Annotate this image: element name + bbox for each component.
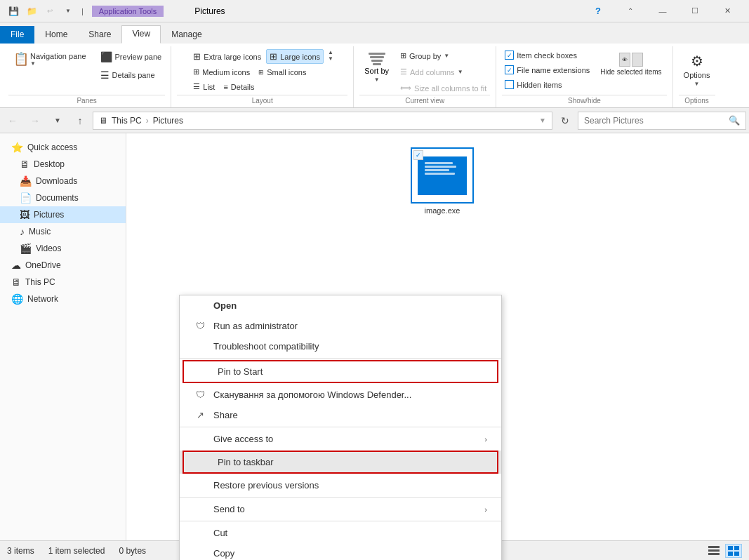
cm-pin-start[interactable]: Pin to Start — [184, 361, 497, 382]
sort-by-label: Sort by — [364, 67, 389, 75]
sidebar-item-videos[interactable]: 🎬 Videos — [0, 240, 126, 257]
tab-manage[interactable]: Manage — [161, 26, 212, 44]
address-bar[interactable]: 🖥 This PC › Pictures ▼ — [93, 112, 552, 130]
sidebar-item-downloads[interactable]: 📥 Downloads — [0, 173, 126, 189]
item-check-boxes-btn[interactable]: ✓ Item check boxes — [502, 49, 592, 61]
sidebar-item-music[interactable]: ♪ Music — [0, 223, 126, 240]
cm-open[interactable]: Open — [180, 295, 501, 316]
size-info: 0 bytes — [119, 546, 146, 556]
cm-cut[interactable]: Cut — [180, 523, 501, 543]
cm-pin-taskbar[interactable]: Pin to taskbar — [184, 452, 497, 472]
sidebar-item-this-pc[interactable]: 🖥 This PC — [0, 274, 126, 291]
layout-scroll-down[interactable]: ▼ — [328, 55, 333, 62]
file-checkbox[interactable]: ✓ — [413, 150, 423, 160]
large-icons-btn[interactable]: ⊞ Large icons — [266, 49, 324, 64]
forward-btn[interactable]: → — [25, 111, 45, 131]
cm-pin-taskbar-wrapper: Pin to taskbar — [180, 451, 501, 474]
save-qat-btn[interactable]: 💾 — [6, 4, 21, 19]
file-item-image-exe[interactable]: ✓ image.exe — [407, 147, 477, 215]
sidebar-item-desktop[interactable]: 🖥 Desktop — [0, 156, 126, 173]
details-btn[interactable]: ≡ Details — [220, 81, 258, 93]
view-options: ⊞ Group by ▼ ☰ Add columns ▼ ⟺ Size all … — [397, 49, 490, 95]
sidebar-item-network[interactable]: 🌐 Network — [0, 291, 126, 307]
maximize-btn[interactable]: ☐ — [679, 0, 711, 22]
status-bar-view-controls — [705, 544, 742, 558]
preview-pane-icon: ⬛ — [100, 51, 112, 62]
hide-selected-icon-area: 👁 — [619, 53, 643, 67]
hidden-items-label: Hidden items — [517, 81, 562, 89]
group-by-btn[interactable]: ⊞ Group by ▼ — [397, 49, 490, 62]
minimize-btn[interactable]: — — [647, 0, 679, 22]
sort-by-btn[interactable]: Sort by ▼ — [359, 49, 394, 86]
address-dropdown-arrow[interactable]: ▼ — [539, 116, 546, 124]
tab-file[interactable]: File — [0, 26, 34, 44]
undo-qat-btn[interactable]: ↩ — [42, 4, 58, 19]
tab-view[interactable]: View — [121, 25, 161, 44]
details-view-btn[interactable] — [705, 544, 722, 558]
panes-right: ⬛ Preview pane ☰ Details pane — [97, 49, 166, 83]
ribbon-collapse-btn[interactable]: ⌃ — [614, 0, 647, 22]
cm-share[interactable]: ↗ Share — [180, 405, 501, 425]
ribbon-group-show-hide: ✓ Item check boxes ✓ File name extension… — [496, 46, 672, 107]
cm-send-to[interactable]: Send to › — [180, 499, 501, 519]
medium-icons-btn[interactable]: ⊞ Medium icons — [190, 65, 253, 79]
this-pc-label: This PC — [112, 116, 142, 126]
hide-selected-btn[interactable]: 👁 Hide selected items — [595, 49, 666, 79]
list-btn[interactable]: ☰ List — [190, 80, 218, 93]
quick-access-label: Quick access — [27, 142, 77, 152]
hidden-items-btn[interactable]: Hidden items — [502, 79, 592, 91]
details-pane-icon: ☰ — [100, 69, 110, 81]
search-input[interactable] — [584, 116, 726, 126]
large-icons-view-btn[interactable] — [725, 544, 742, 558]
search-bar[interactable]: 🔍 — [578, 112, 746, 130]
hide-icon-1: 👁 — [619, 53, 630, 67]
sidebar-item-pictures[interactable]: 🖼 Pictures — [0, 206, 126, 223]
cm-scan-defender[interactable]: 🛡 Сканування за допомогою Windows Defend… — [180, 385, 501, 405]
send-to-arrow: › — [484, 505, 487, 514]
window-title: Pictures — [194, 6, 225, 16]
back-btn[interactable]: ← — [3, 111, 22, 131]
music-icon: ♪ — [20, 226, 25, 237]
cm-restore-versions[interactable]: Restore previous versions — [180, 475, 501, 495]
cm-sep-4 — [180, 521, 501, 521]
cm-give-access[interactable]: Give access to › — [180, 429, 501, 449]
sidebar-item-documents[interactable]: 📄 Documents — [0, 189, 126, 206]
navigation-pane-label: Navigation pane — [30, 52, 86, 60]
preview-pane-btn[interactable]: ⬛ Preview pane — [97, 49, 166, 65]
panes-content: 📋 Navigation pane ▼ ⬛ Preview pane ☰ Det… — [8, 49, 165, 95]
sidebar-item-onedrive[interactable]: ☁ OneDrive — [0, 257, 126, 274]
cm-pin-taskbar-outlined: Pin to taskbar — [183, 451, 498, 474]
tab-share[interactable]: Share — [78, 26, 121, 44]
folder-qat-btn[interactable]: 📁 — [24, 4, 39, 19]
address-sep-1: › — [146, 116, 149, 126]
help-btn[interactable]: ? — [582, 0, 614, 22]
tab-home[interactable]: Home — [34, 26, 78, 44]
cm-sep-2 — [180, 427, 501, 427]
cm-copy[interactable]: Copy — [180, 543, 501, 560]
layout-scroll-up[interactable]: ▲ — [328, 49, 333, 55]
file-name-ext-btn[interactable]: ✓ File name extensions — [502, 64, 592, 76]
add-columns-label: Add columns — [410, 68, 455, 76]
refresh-btn[interactable]: ↻ — [555, 111, 575, 131]
cm-run-admin[interactable]: 🛡 Run as administrator — [180, 316, 501, 336]
navigation-pane-btn[interactable]: 📋 Navigation pane ▼ — [8, 49, 91, 69]
small-icons-btn[interactable]: ⊞ Small icons — [255, 66, 310, 79]
medium-icon: ⊞ — [193, 67, 199, 76]
cm-troubleshoot[interactable]: Troubleshoot compatibility — [180, 336, 501, 356]
details-pane-btn[interactable]: ☰ Details pane — [97, 67, 166, 83]
size-all-btn[interactable]: ⟺ Size all columns to fit — [397, 81, 490, 95]
add-columns-btn[interactable]: ☰ Add columns ▼ — [397, 65, 490, 79]
give-access-arrow: › — [484, 435, 487, 444]
file-line-1 — [425, 162, 453, 164]
pc-icon: 🖥 — [99, 116, 107, 126]
selected-info: 1 item selected — [48, 546, 105, 556]
dropdown-btn[interactable]: ▼ — [48, 111, 67, 131]
qat-dropdown-btn[interactable]: ▼ — [60, 4, 76, 19]
sidebar-item-quick-access[interactable]: ⭐ Quick access — [0, 139, 126, 156]
options-btn[interactable]: ⚙ Options ▼ — [679, 49, 715, 91]
svg-rect-6 — [734, 552, 739, 556]
close-btn[interactable]: ✕ — [711, 0, 743, 22]
extra-large-icons-btn[interactable]: ⊞ Extra large icons — [190, 49, 265, 64]
up-btn[interactable]: ↑ — [70, 111, 90, 131]
show-hide-content: ✓ Item check boxes ✓ File name extension… — [502, 49, 666, 95]
